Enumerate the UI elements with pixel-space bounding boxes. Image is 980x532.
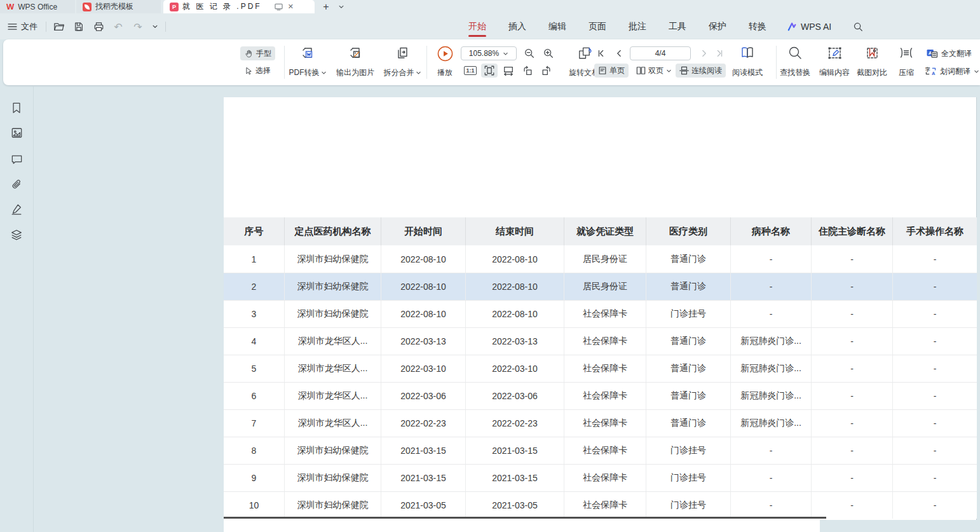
table-cell: 2021-03-05 xyxy=(381,492,466,519)
single-page-button[interactable]: 单页 xyxy=(594,64,629,78)
page-indicator-input[interactable]: 4/4 xyxy=(630,46,691,60)
rotate-left-button[interactable] xyxy=(519,64,536,78)
rotate-left-icon xyxy=(522,65,533,76)
continuous-read-button[interactable]: 连续阅读 xyxy=(676,64,726,78)
menu-bar: 开始 插入 编辑 页面 批注 工具 保护 转换 WPS AI xyxy=(467,18,865,36)
fit-page-button[interactable] xyxy=(481,64,498,78)
print-icon[interactable] xyxy=(92,20,105,34)
play-button[interactable]: 播放 xyxy=(430,43,459,81)
compress-button[interactable]: 压缩 xyxy=(892,43,921,81)
find-replace-button[interactable]: 查找替换 xyxy=(776,43,814,81)
attachment-icon[interactable] xyxy=(8,176,25,193)
table-header-cell: 医疗类别 xyxy=(646,217,731,245)
pdf-convert-icon xyxy=(299,45,316,62)
menu-insert[interactable]: 插入 xyxy=(507,18,527,35)
last-page-button[interactable] xyxy=(712,46,726,60)
word-translate-button[interactable]: 字A 划词翻译 xyxy=(925,65,979,78)
table-cell: 2022-02-23 xyxy=(381,410,466,437)
tab-document-active[interactable]: P 就 医 记 录 .PDF ✕ xyxy=(163,0,315,13)
table-cell: 2022-03-10 xyxy=(381,355,466,382)
table-cell: - xyxy=(893,410,977,437)
find-replace-icon xyxy=(787,45,803,60)
tab-label: 就 医 记 录 .PDF xyxy=(182,1,262,12)
zoom-level-select[interactable]: 105.88% xyxy=(461,46,517,60)
close-tab-icon[interactable]: ✕ xyxy=(288,3,294,11)
menu-tools[interactable]: 工具 xyxy=(667,18,688,35)
double-page-button[interactable]: 双页 xyxy=(632,64,676,78)
compress-icon xyxy=(898,45,915,60)
bookmark-icon[interactable] xyxy=(8,100,25,116)
menu-wps-ai[interactable]: WPS AI xyxy=(787,22,831,32)
prev-page-button[interactable] xyxy=(612,46,626,60)
read-mode-button[interactable]: 阅读模式 xyxy=(728,43,767,81)
table-row: 1深圳市妇幼保健院2022-08-102022-08-10居民身份证普通门诊--… xyxy=(224,245,977,273)
rotate-right-button[interactable] xyxy=(538,64,555,78)
comment-icon[interactable] xyxy=(8,151,25,167)
menu-protect[interactable]: 保护 xyxy=(707,18,728,35)
open-folder-icon[interactable] xyxy=(52,20,66,34)
actual-size-button[interactable]: 1:1 xyxy=(462,64,479,78)
export-image-button[interactable]: 输出为图片 xyxy=(331,43,379,81)
table-cell: - xyxy=(893,245,977,273)
table-cell: 社会保障卡 xyxy=(564,301,646,327)
table-cell: - xyxy=(812,410,893,437)
select-tool-button[interactable]: 选择 xyxy=(240,64,275,78)
screenshot-compare-button[interactable]: 截图对比 xyxy=(854,43,890,81)
table-cell: - xyxy=(812,273,893,300)
table-cell: 2022-08-10 xyxy=(381,301,466,327)
table-cell: 2022-03-06 xyxy=(381,383,466,409)
next-page-button[interactable] xyxy=(697,46,711,60)
table-cell: 社会保障卡 xyxy=(564,465,646,491)
table-cell: 4 xyxy=(224,328,285,355)
menu-edit[interactable]: 编辑 xyxy=(547,18,568,35)
window-chrome: W WPS Office 找稻壳模板 P 就 医 记 录 .PDF ✕ + xyxy=(0,0,980,39)
hand-tool-button[interactable]: 手型 xyxy=(240,46,275,60)
first-page-button[interactable] xyxy=(594,46,608,60)
layers-icon[interactable] xyxy=(8,226,25,243)
thumbnail-icon[interactable] xyxy=(8,125,25,141)
table-cell: - xyxy=(893,301,977,327)
new-tab-button[interactable]: + xyxy=(320,1,332,13)
sidebar-divider xyxy=(33,86,34,532)
table-cell: 2022-03-06 xyxy=(466,383,564,409)
save-icon[interactable] xyxy=(72,20,86,34)
table-cell: 普通门诊 xyxy=(646,245,731,273)
fit-width-button[interactable] xyxy=(500,64,517,78)
redo-icon[interactable]: ↷ xyxy=(131,20,145,34)
table-cell: - xyxy=(812,437,893,464)
table-row: 7深圳市龙华区人...2022-02-232022-02-23社会保障卡普通门诊… xyxy=(224,409,977,437)
table-cell: 2 xyxy=(224,273,285,300)
quickbar-chevron-icon[interactable] xyxy=(151,20,160,34)
table-cell: 深圳市妇幼保健院 xyxy=(285,437,381,464)
edit-content-button[interactable]: 编辑内容 xyxy=(815,43,854,81)
table-cell: 深圳市妇幼保健院 xyxy=(285,301,381,327)
chevron-down-icon xyxy=(416,70,421,76)
zoom-in-button[interactable] xyxy=(541,46,555,60)
file-menu[interactable]: 文件 xyxy=(5,21,40,32)
search-icon[interactable] xyxy=(851,20,865,34)
tab-docer[interactable]: 找稻壳模板 xyxy=(76,0,161,13)
table-cell: 深圳市妇幼保健院 xyxy=(285,245,381,273)
table-header-cell: 结束时间 xyxy=(466,217,564,245)
tab-list-chevron-icon[interactable] xyxy=(335,1,348,13)
screen-cast-icon[interactable] xyxy=(275,3,283,11)
split-merge-button[interactable]: 拆分合并 xyxy=(377,43,428,81)
table-cell: - xyxy=(812,383,893,409)
menu-comment[interactable]: 批注 xyxy=(627,18,648,35)
table-cell: - xyxy=(731,437,812,464)
undo-icon[interactable]: ↶ xyxy=(111,20,125,34)
table-cell: 2021-03-15 xyxy=(381,465,466,491)
table-row: 3深圳市妇幼保健院2022-08-102022-08-10社会保障卡门诊挂号--… xyxy=(224,300,977,327)
menu-convert[interactable]: 转换 xyxy=(747,18,768,35)
pdf-convert-button[interactable]: PDF转换 xyxy=(282,43,334,81)
table-cell: 2022-08-10 xyxy=(466,245,564,273)
zoom-out-button[interactable] xyxy=(522,46,536,60)
table-cell: 新冠肺炎门诊... xyxy=(731,383,812,409)
signature-icon[interactable] xyxy=(8,201,25,217)
table-cell: - xyxy=(731,465,812,491)
table-bottom-border xyxy=(224,517,826,519)
full-translate-button[interactable]: A 全文翻译 xyxy=(926,47,972,60)
tab-wps-office[interactable]: W WPS Office xyxy=(0,0,75,13)
menu-page[interactable]: 页面 xyxy=(587,18,608,35)
menu-home[interactable]: 开始 xyxy=(467,18,487,35)
